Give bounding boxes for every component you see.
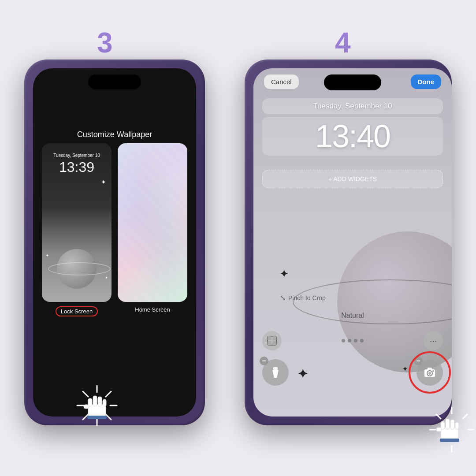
flashlight-button[interactable]: − xyxy=(262,359,289,386)
photo-gallery-button[interactable] xyxy=(262,331,282,350)
page-dot-2 xyxy=(348,339,351,342)
page-dot-1 xyxy=(342,339,345,342)
flashlight-remove-badge[interactable]: − xyxy=(260,357,268,365)
crop-icon: ⤡ xyxy=(280,294,286,302)
add-widgets-text: + ADD WIDGETS xyxy=(268,175,437,182)
hand-cursor-phone2 xyxy=(428,405,476,456)
gallery-icon xyxy=(267,336,277,346)
svg-point-0 xyxy=(48,263,110,275)
svg-line-6 xyxy=(106,391,111,397)
home-screen-option-label: Home Screen xyxy=(118,306,187,316)
svg-rect-39 xyxy=(450,420,454,429)
svg-rect-41 xyxy=(436,428,442,431)
add-widgets-area[interactable]: + ADD WIDGETS xyxy=(262,170,443,188)
natural-label: Natural xyxy=(253,312,452,320)
svg-rect-12 xyxy=(98,397,102,406)
phone2-time: 13:40 xyxy=(269,120,436,152)
svg-rect-11 xyxy=(93,396,97,406)
star3: ✦ xyxy=(105,276,108,280)
home-screen-wallpaper-option[interactable] xyxy=(118,143,187,302)
lock-screen-option-label: Lock Screen xyxy=(42,306,112,316)
lock-screen-ring xyxy=(46,260,112,278)
svg-rect-21 xyxy=(272,341,276,345)
phone1-screen: Customize Wallpaper Tuesday, September 1… xyxy=(33,68,196,416)
lock-screen-mini-date: Tuesday, September 10 xyxy=(45,153,108,158)
step4-number: 4 xyxy=(335,26,351,59)
svg-rect-38 xyxy=(446,419,450,429)
svg-line-34 xyxy=(436,414,441,419)
step3-number: 3 xyxy=(97,26,113,59)
lock-screen-badge: Lock Screen xyxy=(56,306,98,316)
phone2-screen: ✦ ✦ ✦ Cancel Done Tuesday, September 10 … xyxy=(253,68,452,416)
customize-wallpaper-title: Customize Wallpaper xyxy=(33,130,196,139)
lock-screen-mini-time: 13:39 xyxy=(42,159,112,175)
more-dots-icon: ··· xyxy=(430,336,437,346)
pinch-to-crop-label: ⤡ Pinch to Crop xyxy=(280,294,326,302)
svg-marker-23 xyxy=(272,370,279,376)
phone2-corner-buttons: − − xyxy=(262,359,443,386)
camera-highlight-ring xyxy=(409,351,451,394)
wallpaper-options-container: Tuesday, September 10 13:39 ✦ ✦ ✦ xyxy=(42,143,187,302)
phone2-date-area: Tuesday, September 10 xyxy=(262,98,443,114)
home-wallpaper-iridescent xyxy=(118,143,187,302)
phone2-star1: ✦ xyxy=(280,268,288,280)
page-indicator xyxy=(342,339,364,342)
lock-screen-wallpaper-option[interactable]: Tuesday, September 10 13:39 ✦ ✦ ✦ xyxy=(42,143,112,302)
svg-rect-18 xyxy=(268,336,271,340)
svg-line-35 xyxy=(463,414,467,419)
svg-rect-24 xyxy=(274,376,277,378)
svg-rect-42 xyxy=(440,439,459,442)
page-dot-3 xyxy=(354,339,357,342)
svg-line-5 xyxy=(83,391,88,397)
svg-rect-40 xyxy=(455,422,459,429)
sparkle-lines-phone1 xyxy=(75,383,119,428)
svg-rect-13 xyxy=(103,399,106,406)
phone2-header: Cancel Done xyxy=(253,74,452,89)
wallpaper-option-labels: Lock Screen Home Screen xyxy=(42,306,187,316)
svg-rect-22 xyxy=(273,367,278,370)
svg-rect-20 xyxy=(268,341,271,345)
phone2-bottom-bar: ··· xyxy=(262,331,443,350)
phone1-dynamic-island xyxy=(88,74,141,89)
phone2-planet-ring xyxy=(284,275,452,328)
more-options-button[interactable]: ··· xyxy=(424,331,443,350)
page-dot-4 xyxy=(360,339,364,342)
star1: ✦ xyxy=(101,178,106,186)
cancel-button[interactable]: Cancel xyxy=(264,74,299,89)
phone2-time-area: 13:40 xyxy=(262,117,443,156)
svg-rect-14 xyxy=(84,405,89,409)
phone2-date: Tuesday, September 10 xyxy=(269,102,436,111)
pinch-to-crop-text: Pinch to Crop xyxy=(288,294,326,301)
hand-svg-phone2 xyxy=(428,405,476,454)
camera-button-container: − xyxy=(416,359,443,386)
hand-cursor-phone1 xyxy=(75,383,119,429)
flashlight-icon xyxy=(269,366,282,379)
svg-rect-19 xyxy=(272,336,276,340)
done-button[interactable]: Done xyxy=(411,74,442,89)
star2: ✦ xyxy=(45,253,49,258)
svg-rect-15 xyxy=(87,416,107,419)
